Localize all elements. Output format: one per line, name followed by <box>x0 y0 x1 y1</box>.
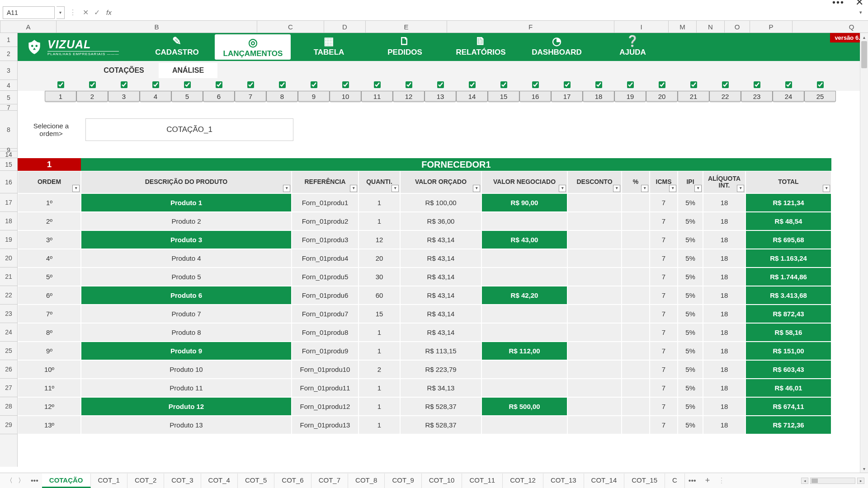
cell-p[interactable] <box>622 416 650 434</box>
cell-p[interactable] <box>622 360 650 379</box>
filter-checkbox-7[interactable] <box>247 81 254 88</box>
sheet-tab[interactable]: COTAÇÃO <box>42 474 91 488</box>
nav-pedidos[interactable]: 🗋PEDIDOS <box>367 34 443 60</box>
cell-q[interactable]: 20 <box>359 249 400 267</box>
cell-ip[interactable]: 5% <box>678 267 703 286</box>
sheet-tab[interactable]: COT_5 <box>238 474 274 488</box>
cell-vn[interactable] <box>481 323 567 342</box>
sheet-tab[interactable]: COT_4 <box>201 474 238 488</box>
cell-p[interactable] <box>622 397 650 416</box>
cell-q[interactable]: 2 <box>359 360 400 379</box>
row-header[interactable]: 23 <box>0 305 17 323</box>
cell-al[interactable]: 18 <box>703 397 745 416</box>
table-header[interactable]: ALÍQUOTA INT.▾ <box>703 171 745 193</box>
number-button-19[interactable]: 19 <box>614 91 646 102</box>
column-header[interactable]: C <box>257 21 324 33</box>
cell-ip[interactable]: 5% <box>678 342 703 360</box>
table-header[interactable]: QUANTI.▾ <box>359 171 400 193</box>
row-header[interactable]: 28 <box>0 397 17 416</box>
cell-vo[interactable]: R$ 34,13 <box>400 379 481 397</box>
cell-ic[interactable]: 7 <box>650 193 678 212</box>
cell-r[interactable]: Forn_01produ3 <box>292 230 359 249</box>
cell-q[interactable]: 60 <box>359 286 400 305</box>
cell-vo[interactable]: R$ 528,37 <box>400 397 481 416</box>
confirm-icon[interactable]: ✓ <box>92 8 102 17</box>
row-header[interactable]: 14 <box>0 151 17 158</box>
cell-t[interactable]: R$ 58,16 <box>745 323 831 342</box>
cell-d[interactable]: Produto 6 <box>81 286 292 305</box>
cell-o[interactable]: 11º <box>18 379 81 397</box>
cell-ic[interactable]: 7 <box>650 212 678 230</box>
cell-al[interactable]: 18 <box>703 416 745 434</box>
column-header[interactable]: M <box>669 21 697 33</box>
cell-ic[interactable]: 7 <box>650 360 678 379</box>
number-button-2[interactable]: 2 <box>76 91 108 102</box>
cell-ds[interactable] <box>567 342 622 360</box>
cell-q[interactable]: 1 <box>359 323 400 342</box>
sheet-tab[interactable]: COT_7 <box>311 474 348 488</box>
cell-ip[interactable]: 5% <box>678 249 703 267</box>
filter-checkbox-3[interactable] <box>121 81 127 88</box>
cell-o[interactable]: 2º <box>18 212 81 230</box>
cell-r[interactable]: Forn_01produ2 <box>292 212 359 230</box>
sheet-next-icon[interactable]: 〉 <box>15 477 27 485</box>
cell-d[interactable]: Produto 1 <box>81 193 292 212</box>
cell-d[interactable]: Produto 4 <box>81 249 292 267</box>
cell-vo[interactable]: R$ 43,14 <box>400 286 481 305</box>
cell-vo[interactable]: R$ 43,14 <box>400 230 481 249</box>
cell-ds[interactable] <box>567 397 622 416</box>
number-button-15[interactable]: 15 <box>488 91 519 102</box>
filter-checkbox-12[interactable] <box>406 81 412 88</box>
cell-o[interactable]: 8º <box>18 323 81 342</box>
cell-vn[interactable] <box>481 267 567 286</box>
row-header[interactable]: 22 <box>0 286 17 305</box>
filter-dropdown-icon[interactable]: ▾ <box>613 185 620 192</box>
filter-checkbox-23[interactable] <box>754 81 760 88</box>
column-header[interactable]: D <box>324 21 366 33</box>
cell-p[interactable] <box>622 379 650 397</box>
close-icon[interactable]: ✕ <box>855 0 863 8</box>
cell-ds[interactable] <box>567 249 622 267</box>
number-button-14[interactable]: 14 <box>456 91 488 102</box>
column-header[interactable]: P <box>750 21 793 33</box>
sheet-tab[interactable]: COT_15 <box>624 474 665 488</box>
sheet-more-icon[interactable]: ••• <box>27 477 42 485</box>
formula-expand-icon[interactable]: ▾ <box>856 9 865 15</box>
name-box-dropdown-icon[interactable]: ▾ <box>57 6 65 19</box>
filter-checkbox-10[interactable] <box>342 81 349 88</box>
cell-d[interactable]: Produto 11 <box>81 379 292 397</box>
nav-cadastro[interactable]: ✎CADASTRO <box>139 34 215 60</box>
cell-ic[interactable]: 7 <box>650 379 678 397</box>
cell-q[interactable]: 1 <box>359 193 400 212</box>
cell-o[interactable]: 1º <box>18 193 81 212</box>
cell-r[interactable]: Forn_01produ6 <box>292 286 359 305</box>
cell-al[interactable]: 18 <box>703 360 745 379</box>
hscroll-left-icon[interactable]: ◂ <box>801 478 808 484</box>
column-header[interactable]: I <box>614 21 669 33</box>
number-button-7[interactable]: 7 <box>235 91 266 102</box>
sheet-tab[interactable]: COT_6 <box>274 474 311 488</box>
cell-r[interactable]: Forn_01produ12 <box>292 397 359 416</box>
cell-al[interactable]: 18 <box>703 230 745 249</box>
cell-p[interactable] <box>622 249 650 267</box>
column-header[interactable]: A <box>0 21 57 33</box>
filter-dropdown-icon[interactable]: ▾ <box>823 185 830 192</box>
cell-o[interactable]: 10º <box>18 360 81 379</box>
cell-al[interactable]: 18 <box>703 286 745 305</box>
cell-al[interactable]: 18 <box>703 379 745 397</box>
cell-q[interactable]: 1 <box>359 416 400 434</box>
row-header[interactable]: 29 <box>0 416 17 434</box>
column-header[interactable]: E <box>366 21 447 33</box>
row-header[interactable]: 8 <box>0 111 17 149</box>
cell-t[interactable]: R$ 3.413,68 <box>745 286 831 305</box>
cell-vn[interactable] <box>481 212 567 230</box>
column-header[interactable]: Q <box>793 21 868 33</box>
cell-p[interactable] <box>622 286 650 305</box>
filter-checkbox-5[interactable] <box>184 81 191 88</box>
sheet-tab[interactable]: COT_12 <box>503 474 543 488</box>
row-header[interactable]: 5 <box>0 91 17 104</box>
cell-t[interactable]: R$ 121,34 <box>745 193 831 212</box>
vertical-scrollbar[interactable]: ▴ ▾ <box>860 33 868 473</box>
cell-ds[interactable] <box>567 323 622 342</box>
column-header[interactable]: F <box>447 21 614 33</box>
